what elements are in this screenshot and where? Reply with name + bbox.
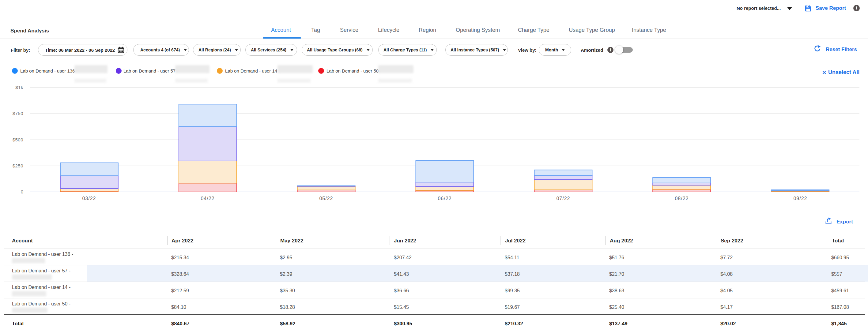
svg-text:0: 0 [21, 189, 23, 194]
svg-text:05/22: 05/22 [319, 196, 333, 201]
svg-text:06/22: 06/22 [438, 196, 452, 201]
svg-text:$250: $250 [12, 163, 23, 168]
svg-text:$500: $500 [12, 137, 23, 142]
svg-text:08/22: 08/22 [675, 196, 688, 201]
svg-text:09/22: 09/22 [793, 196, 807, 201]
svg-text:$1k: $1k [15, 85, 23, 90]
svg-text:03/22: 03/22 [82, 196, 96, 201]
svg-text:07/22: 07/22 [556, 196, 570, 201]
svg-text:$750: $750 [12, 111, 23, 116]
svg-text:04/22: 04/22 [200, 196, 214, 201]
